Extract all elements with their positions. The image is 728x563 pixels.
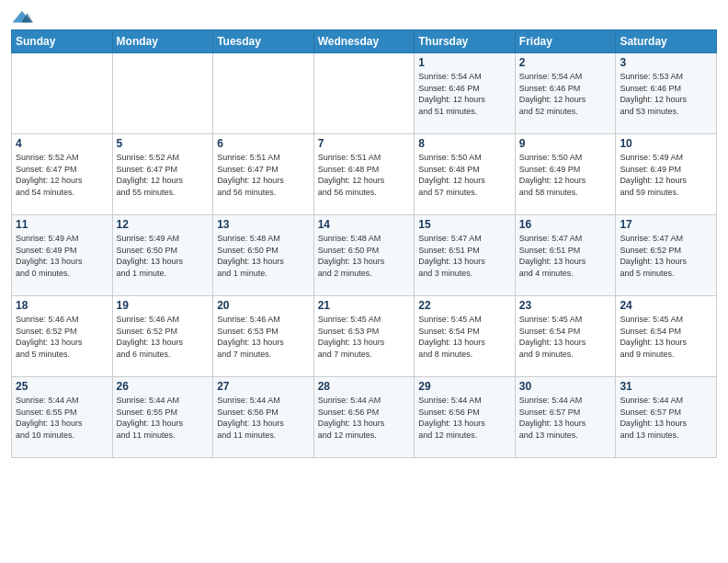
day-number: 14 (318, 218, 411, 231)
day-number: 8 (418, 137, 511, 150)
day-header-monday: Monday (112, 30, 213, 53)
day-number: 18 (16, 299, 108, 312)
week-row-2: 4Sunrise: 5:52 AM Sunset: 6:47 PM Daylig… (12, 134, 717, 215)
day-cell: 2Sunrise: 5:54 AM Sunset: 6:46 PM Daylig… (515, 53, 616, 134)
day-info: Sunrise: 5:44 AM Sunset: 6:55 PM Dayligh… (117, 395, 210, 441)
day-info: Sunrise: 5:45 AM Sunset: 6:53 PM Dayligh… (318, 314, 411, 360)
day-number: 26 (117, 380, 210, 393)
day-cell: 22Sunrise: 5:45 AM Sunset: 6:54 PM Dayli… (415, 296, 516, 377)
day-info: Sunrise: 5:50 AM Sunset: 6:48 PM Dayligh… (418, 152, 511, 198)
day-number: 16 (519, 218, 612, 231)
day-cell: 19Sunrise: 5:46 AM Sunset: 6:52 PM Dayli… (112, 296, 213, 377)
day-cell: 17Sunrise: 5:47 AM Sunset: 6:52 PM Dayli… (616, 215, 717, 296)
day-number: 13 (217, 218, 310, 231)
day-info: Sunrise: 5:52 AM Sunset: 6:47 PM Dayligh… (117, 152, 210, 198)
day-number: 27 (217, 380, 310, 393)
day-cell: 21Sunrise: 5:45 AM Sunset: 6:53 PM Dayli… (313, 296, 415, 377)
day-info: Sunrise: 5:50 AM Sunset: 6:49 PM Dayligh… (519, 152, 612, 198)
day-number: 1 (418, 56, 511, 69)
day-info: Sunrise: 5:49 AM Sunset: 6:50 PM Dayligh… (117, 233, 210, 279)
day-info: Sunrise: 5:44 AM Sunset: 6:57 PM Dayligh… (519, 395, 612, 441)
day-number: 28 (318, 380, 411, 393)
day-info: Sunrise: 5:46 AM Sunset: 6:52 PM Dayligh… (16, 314, 108, 360)
week-row-4: 18Sunrise: 5:46 AM Sunset: 6:52 PM Dayli… (12, 296, 717, 377)
day-cell (313, 53, 415, 134)
day-number: 20 (217, 299, 310, 312)
day-info: Sunrise: 5:46 AM Sunset: 6:52 PM Dayligh… (117, 314, 210, 360)
day-cell: 6Sunrise: 5:51 AM Sunset: 6:47 PM Daylig… (213, 134, 314, 215)
day-info: Sunrise: 5:49 AM Sunset: 6:49 PM Dayligh… (16, 233, 108, 279)
week-row-3: 11Sunrise: 5:49 AM Sunset: 6:49 PM Dayli… (12, 215, 717, 296)
day-cell: 4Sunrise: 5:52 AM Sunset: 6:47 PM Daylig… (12, 134, 113, 215)
day-number: 6 (217, 137, 310, 150)
day-number: 12 (117, 218, 210, 231)
day-cell: 20Sunrise: 5:46 AM Sunset: 6:53 PM Dayli… (213, 296, 314, 377)
day-number: 4 (16, 137, 108, 150)
day-cell: 26Sunrise: 5:44 AM Sunset: 6:55 PM Dayli… (112, 377, 213, 458)
day-info: Sunrise: 5:51 AM Sunset: 6:48 PM Dayligh… (318, 152, 411, 198)
day-info: Sunrise: 5:53 AM Sunset: 6:46 PM Dayligh… (620, 71, 712, 117)
day-cell: 29Sunrise: 5:44 AM Sunset: 6:56 PM Dayli… (415, 377, 516, 458)
day-info: Sunrise: 5:54 AM Sunset: 6:46 PM Dayligh… (519, 71, 612, 117)
day-info: Sunrise: 5:44 AM Sunset: 6:56 PM Dayligh… (217, 395, 310, 441)
day-number: 2 (519, 56, 612, 69)
day-number: 21 (318, 299, 411, 312)
day-info: Sunrise: 5:45 AM Sunset: 6:54 PM Dayligh… (418, 314, 511, 360)
day-info: Sunrise: 5:52 AM Sunset: 6:47 PM Dayligh… (16, 152, 108, 198)
day-info: Sunrise: 5:46 AM Sunset: 6:53 PM Dayligh… (217, 314, 310, 360)
day-cell: 12Sunrise: 5:49 AM Sunset: 6:50 PM Dayli… (112, 215, 213, 296)
day-info: Sunrise: 5:49 AM Sunset: 6:49 PM Dayligh… (620, 152, 712, 198)
day-number: 10 (620, 137, 712, 150)
day-number: 22 (418, 299, 511, 312)
day-info: Sunrise: 5:44 AM Sunset: 6:56 PM Dayligh… (418, 395, 511, 441)
calendar-table: SundayMondayTuesdayWednesdayThursdayFrid… (11, 29, 717, 458)
day-info: Sunrise: 5:51 AM Sunset: 6:47 PM Dayligh… (217, 152, 310, 198)
week-row-5: 25Sunrise: 5:44 AM Sunset: 6:55 PM Dayli… (12, 377, 717, 458)
logo (11, 9, 35, 26)
day-info: Sunrise: 5:44 AM Sunset: 6:56 PM Dayligh… (318, 395, 411, 441)
day-header-sunday: Sunday (12, 30, 113, 53)
day-number: 31 (620, 380, 712, 393)
day-cell (12, 53, 113, 134)
day-number: 15 (418, 218, 511, 231)
day-cell: 28Sunrise: 5:44 AM Sunset: 6:56 PM Dayli… (313, 377, 415, 458)
day-number: 25 (16, 380, 108, 393)
day-info: Sunrise: 5:44 AM Sunset: 6:55 PM Dayligh… (16, 395, 108, 441)
day-info: Sunrise: 5:44 AM Sunset: 6:57 PM Dayligh… (620, 395, 712, 441)
day-number: 3 (620, 56, 712, 69)
day-number: 19 (117, 299, 210, 312)
day-number: 7 (318, 137, 411, 150)
day-header-saturday: Saturday (616, 30, 717, 53)
day-info: Sunrise: 5:47 AM Sunset: 6:51 PM Dayligh… (519, 233, 612, 279)
day-cell: 11Sunrise: 5:49 AM Sunset: 6:49 PM Dayli… (12, 215, 113, 296)
logo-icon (11, 9, 33, 26)
day-header-row: SundayMondayTuesdayWednesdayThursdayFrid… (12, 30, 717, 53)
day-cell: 16Sunrise: 5:47 AM Sunset: 6:51 PM Dayli… (515, 215, 616, 296)
day-cell: 1Sunrise: 5:54 AM Sunset: 6:46 PM Daylig… (415, 53, 516, 134)
calendar-container: SundayMondayTuesdayWednesdayThursdayFrid… (0, 0, 728, 467)
day-number: 5 (117, 137, 210, 150)
day-cell: 31Sunrise: 5:44 AM Sunset: 6:57 PM Dayli… (616, 377, 717, 458)
day-cell: 23Sunrise: 5:45 AM Sunset: 6:54 PM Dayli… (515, 296, 616, 377)
day-cell: 24Sunrise: 5:45 AM Sunset: 6:54 PM Dayli… (616, 296, 717, 377)
day-info: Sunrise: 5:54 AM Sunset: 6:46 PM Dayligh… (418, 71, 511, 117)
week-row-1: 1Sunrise: 5:54 AM Sunset: 6:46 PM Daylig… (12, 53, 717, 134)
day-info: Sunrise: 5:47 AM Sunset: 6:51 PM Dayligh… (418, 233, 511, 279)
day-header-friday: Friday (515, 30, 616, 53)
day-info: Sunrise: 5:48 AM Sunset: 6:50 PM Dayligh… (318, 233, 411, 279)
day-number: 24 (620, 299, 712, 312)
day-cell: 5Sunrise: 5:52 AM Sunset: 6:47 PM Daylig… (112, 134, 213, 215)
day-number: 29 (418, 380, 511, 393)
day-number: 9 (519, 137, 612, 150)
day-cell (112, 53, 213, 134)
day-info: Sunrise: 5:48 AM Sunset: 6:50 PM Dayligh… (217, 233, 310, 279)
day-cell: 30Sunrise: 5:44 AM Sunset: 6:57 PM Dayli… (515, 377, 616, 458)
day-cell: 7Sunrise: 5:51 AM Sunset: 6:48 PM Daylig… (313, 134, 415, 215)
day-header-wednesday: Wednesday (313, 30, 415, 53)
day-number: 11 (16, 218, 108, 231)
day-cell: 18Sunrise: 5:46 AM Sunset: 6:52 PM Dayli… (12, 296, 113, 377)
day-header-thursday: Thursday (415, 30, 516, 53)
day-cell: 10Sunrise: 5:49 AM Sunset: 6:49 PM Dayli… (616, 134, 717, 215)
day-header-tuesday: Tuesday (213, 30, 314, 53)
day-info: Sunrise: 5:45 AM Sunset: 6:54 PM Dayligh… (519, 314, 612, 360)
